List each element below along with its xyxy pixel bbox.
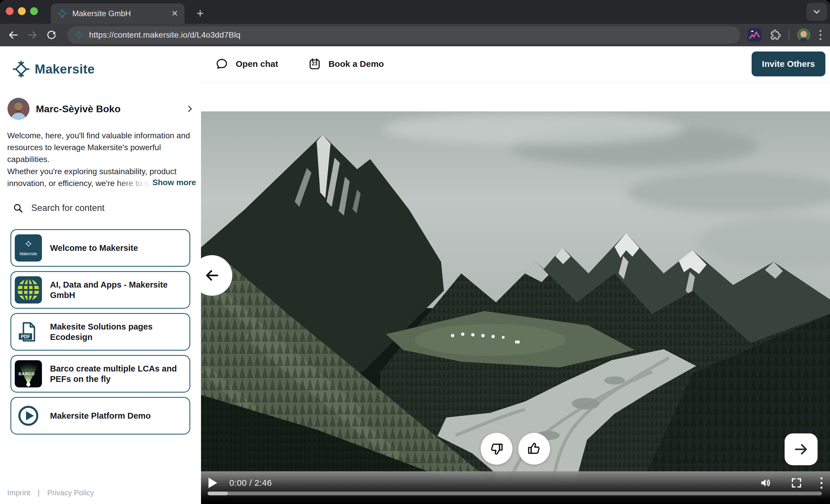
svg-text:BARCO: BARCO: [19, 372, 35, 376]
svg-text:Makersite: Makersite: [20, 251, 37, 256]
svg-text:PDF: PDF: [21, 334, 30, 339]
tab-strip: Makersite GmbH ✕ +: [0, 0, 830, 24]
tab-search-button[interactable]: [806, 3, 827, 21]
chevron-right-icon[interactable]: [186, 105, 194, 113]
back-arrow-icon: [7, 29, 19, 41]
imprint-link[interactable]: Imprint: [7, 489, 30, 497]
card-barco-lca-pef[interactable]: BARCO Barco create multiple LCAs and PEF…: [10, 355, 190, 392]
footer-divider: |: [38, 489, 40, 497]
sidebar: Makersite Marc-Sèyivè Boko Welcome, he: [0, 46, 201, 504]
makersite-logo: Makersite: [12, 60, 95, 78]
play-button[interactable]: [209, 478, 217, 488]
site-icon: [75, 31, 83, 39]
card-title: Barco create multiple LCAs and PEFs on t…: [50, 364, 181, 384]
forward-arrow-icon: [27, 29, 38, 41]
card-title: Welcome to Makersite: [50, 243, 138, 253]
fullscreen-icon[interactable]: [790, 477, 802, 489]
browser-tab[interactable]: Makersite GmbH ✕: [51, 3, 185, 24]
address-bar[interactable]: https://content.makersite.io/d/L4o3dd7Bl…: [67, 26, 740, 44]
profile-name: Marc-Sèyivè Boko: [36, 103, 186, 115]
browser-toolbar: https://content.makersite.io/d/L4o3dd7Bl…: [0, 24, 830, 46]
browser-menu-kebab-icon[interactable]: [818, 30, 823, 40]
profile-avatar: [7, 98, 30, 120]
video-menu-kebab-icon[interactable]: [821, 477, 823, 489]
thumbs-up-icon: [526, 441, 542, 456]
toolbar-divider: [789, 30, 790, 40]
reload-button[interactable]: [45, 29, 58, 41]
invite-others-button[interactable]: Invite Others: [752, 52, 825, 76]
video-time: 0:00 / 2:46: [229, 478, 272, 488]
card-title: Makesite Solutions pages Ecodesign: [50, 321, 181, 342]
chevron-down-icon: [812, 7, 822, 17]
card-title: AI, Data and Apps - Makersite GmbH: [50, 280, 181, 300]
tab-title: Makersite GmbH: [72, 9, 171, 18]
browser-window: Makersite GmbH ✕ + https://content.maker…: [0, 0, 830, 504]
browser-profile-avatar[interactable]: [797, 28, 810, 42]
back-button[interactable]: [7, 29, 20, 41]
thumbs-up-button[interactable]: [518, 433, 550, 465]
pane-header: Open chat 23 Book a Demo Invite Others: [201, 46, 830, 82]
chat-bubble-icon: [216, 58, 228, 70]
profile-row[interactable]: Marc-Sèyivè Boko: [7, 98, 194, 120]
search-icon: [13, 203, 23, 213]
arrow-left-icon: [204, 267, 220, 284]
screen: Makersite GmbH ✕ + https://content.maker…: [0, 0, 830, 504]
sidebar-footer: Imprint | Privacy Policy: [7, 489, 94, 497]
reload-icon: [46, 30, 57, 40]
thumbs-down-button[interactable]: [481, 433, 512, 465]
intro-paragraph-1: Welcome, here, you'll find valuable info…: [7, 130, 195, 165]
truncated-text: here to su: [117, 179, 153, 188]
calendar-icon: 23: [308, 58, 321, 70]
book-demo-button[interactable]: 23 Book a Demo: [308, 58, 384, 70]
tab-favicon-makersite-icon: [57, 9, 67, 19]
app-content: Makersite Marc-Sèyivè Boko Welcome, he: [0, 46, 830, 504]
makersite-glyph-icon: [12, 60, 30, 78]
search-input[interactable]: [31, 202, 171, 214]
card-ai-data-apps[interactable]: AI, Data and Apps - Makersite GmbH: [10, 271, 190, 309]
content-card-list: Makersite Welcome to Makersite AI,: [10, 229, 190, 435]
window-minimize-button[interactable]: [18, 7, 26, 15]
window-zoom-button[interactable]: [30, 7, 38, 15]
card-thumbnail-play-icon: [15, 402, 42, 429]
thumbs-down-icon: [489, 441, 504, 456]
analytics-extension-icon[interactable]: [747, 28, 762, 42]
card-title: Makersite Platform Demo: [50, 411, 151, 421]
content-search: [13, 202, 186, 214]
tab-close-icon[interactable]: ✕: [171, 9, 178, 18]
video-progress-bar[interactable]: [208, 492, 822, 495]
extensions-puzzle-icon[interactable]: [769, 29, 781, 41]
card-platform-demo[interactable]: Makersite Platform Demo: [10, 397, 190, 435]
show-more-link[interactable]: Show more: [152, 178, 196, 187]
forward-button[interactable]: [26, 29, 39, 41]
toolbar-right-cluster: [747, 28, 823, 42]
new-tab-button[interactable]: +: [193, 6, 207, 20]
brand-wordmark: Makersite: [35, 62, 95, 76]
open-chat-button[interactable]: Open chat: [216, 58, 278, 70]
window-close-button[interactable]: [6, 7, 13, 15]
video-progress-thumb[interactable]: [208, 492, 228, 495]
card-thumbnail-pdf-icon: PDF: [15, 318, 42, 345]
video-player[interactable]: 0:00 / 2:46: [201, 112, 830, 504]
card-thumbnail-barco: BARCO: [15, 360, 42, 387]
next-step-button[interactable]: [785, 433, 818, 465]
url-text: https://content.makersite.io/d/L4o3dd7Bl…: [89, 30, 240, 40]
previous-step-button[interactable]: [192, 255, 232, 296]
card-solutions-pdf[interactable]: PDF Makesite Solutions pages Ecodesign: [10, 313, 190, 351]
card-thumbnail-makersite: Makersite: [15, 234, 42, 261]
volume-icon[interactable]: [760, 476, 772, 489]
card-welcome-to-makersite[interactable]: Makersite Welcome to Makersite: [10, 229, 190, 267]
card-thumbnail-globe-icon: [15, 276, 42, 304]
arrow-right-icon: [793, 441, 809, 458]
video-controls: 0:00 / 2:46: [201, 471, 830, 504]
mountain-video-frame: [201, 112, 830, 504]
privacy-policy-link[interactable]: Privacy Policy: [47, 489, 94, 497]
